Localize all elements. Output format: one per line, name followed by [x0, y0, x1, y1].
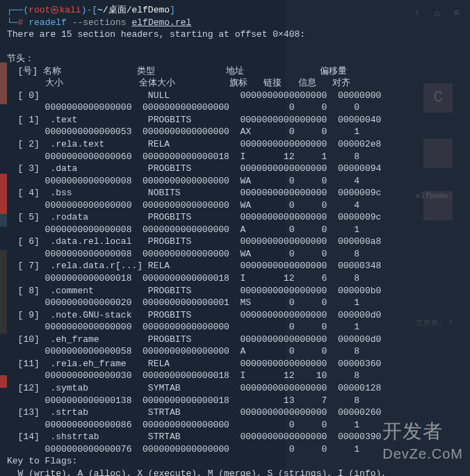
section-row-line1: [ 6] .data.rel.local PROGBITS 0000000000… — [7, 236, 463, 248]
key-flags-list: W (write), A (alloc), X (execute), M (me… — [7, 468, 463, 476]
output-header: There are 15 section headers, starting a… — [7, 28, 463, 41]
section-row-line1: [ 1] .text PROGBITS 0000000000000000 000… — [7, 114, 463, 126]
section-row-line2: 0000000000000058 0000000000000000 A 0 0 … — [7, 345, 463, 358]
col-link: 链接 — [264, 78, 282, 88]
section-row-line2: 0000000000000000 0000000000000000 WA 0 0… — [7, 199, 463, 212]
prompt-user: root — [29, 5, 50, 15]
section-row-line1: [13] .strtab STRTAB 0000000000000000 000… — [7, 407, 463, 419]
col-flags: 旗标 — [229, 78, 248, 88]
section-row-line2: 0000000000000008 0000000000000000 WA 0 0… — [7, 248, 463, 261]
section-row-line1: [ 5] .rodata PROGBITS 0000000000000000 0… — [7, 211, 463, 224]
col-size: 大小 — [45, 78, 63, 88]
col-offset: 偏移量 — [320, 66, 347, 76]
column-header-row-2: 大小 全体大小 旗标 链接 信息 对齐 — [7, 77, 463, 90]
col-info: 信息 — [298, 78, 316, 88]
section-row-line1: [12] .symtab SYMTAB 0000000000000000 000… — [7, 382, 463, 395]
section-row-line2: 0000000000000053 0000000000000000 AX 0 0… — [7, 126, 463, 138]
command-name: readelf — [29, 17, 67, 28]
section-row-line2: 0000000000000030 0000000000000018 I 12 1… — [7, 370, 463, 382]
col-name: 名称 — [43, 66, 61, 76]
section-row-line2: 0000000000000018 0000000000000018 I 12 6… — [7, 272, 463, 285]
section-row-line1: [ 7] .rela.data.r[...] RELA 000000000000… — [7, 260, 463, 272]
prompt-line-1: ┌──(root㉿kali)-[~/桌面/elfDemo] — [7, 4, 463, 17]
section-row-line2: 0000000000000020 0000000000000001 MS 0 0… — [7, 297, 463, 309]
prompt-line-2: └─# readelf --sections elfDemo.rel — [7, 17, 463, 29]
section-row-line2: 0000000000000138 0000000000000018 13 7 8 — [7, 395, 463, 407]
prompt-host: kali — [59, 5, 81, 15]
section-row-line2: 0000000000000008 0000000000000000 WA 0 0… — [7, 175, 463, 188]
section-row-line2: 0000000000000000 0000000000000000 0 0 1 — [7, 321, 463, 334]
sections-list: [ 0] NULL 0000000000000000 00000000 0000… — [7, 90, 463, 455]
section-row-line1: [ 8] .comment PROGBITS 0000000000000000 … — [7, 285, 463, 297]
col-addr: 地址 — [226, 66, 244, 76]
section-row-line2: 0000000000000060 0000000000000018 I 12 1… — [7, 151, 463, 163]
section-row-line1: [ 4] .bss NOBITS 0000000000000000 000000… — [7, 187, 463, 199]
terminal-window[interactable]: ┌──(root㉿kali)-[~/桌面/elfDemo] └─# readel… — [0, 0, 470, 476]
prompt-symbol: # — [18, 17, 24, 28]
watermark-en: DevZe.CoM — [382, 445, 463, 463]
section-row-line1: [ 3] .data PROGBITS 0000000000000000 000… — [7, 163, 463, 175]
section-header-title: 节头： — [7, 53, 463, 65]
blank-line — [7, 41, 463, 54]
section-row-line2: 0000000000000000 0000000000000000 0 0 0 — [7, 101, 463, 114]
section-row-line1: [11] .rela.eh_frame RELA 000000000000000… — [7, 358, 463, 370]
col-entsize: 全体大小 — [139, 78, 175, 88]
column-header-row-1: [号] 名称 类型 地址 偏移量 — [7, 65, 463, 78]
col-num: [号] — [18, 66, 38, 76]
section-row-line1: [10] .eh_frame PROGBITS 0000000000000000… — [7, 334, 463, 346]
section-row-line1: [ 9] .note.GNU-stack PROGBITS 0000000000… — [7, 309, 463, 322]
section-row-line2: 0000000000000008 0000000000000000 A 0 0 … — [7, 224, 463, 236]
watermark-cn: 开发者 — [382, 418, 463, 445]
watermark: 开发者 DevZe.CoM — [382, 418, 463, 463]
key-flags-line: W (write), A (alloc), X (execute), M (me… — [7, 468, 463, 476]
section-row-line1: [ 0] NULL 0000000000000000 00000000 — [7, 90, 463, 102]
col-type: 类型 — [137, 66, 155, 76]
col-align: 对齐 — [332, 78, 350, 88]
prompt-path: ~/桌面/elfDemo — [97, 5, 170, 15]
section-row-line1: [ 2] .rela.text RELA 0000000000000000 00… — [7, 138, 463, 151]
command-flag: --sections — [72, 17, 127, 28]
command-arg: elfDemo.rel — [131, 17, 191, 28]
